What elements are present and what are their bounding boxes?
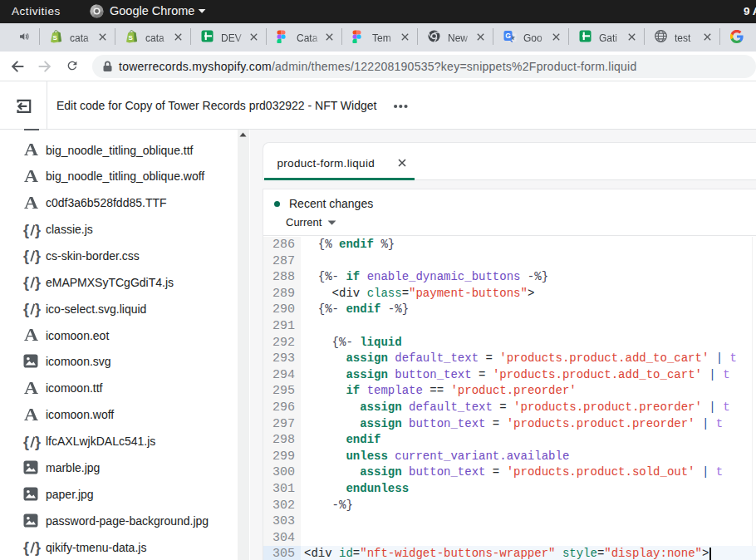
svg-text:}: }: [35, 302, 41, 318]
svg-text:G: G: [505, 32, 511, 40]
svg-text:S: S: [53, 34, 58, 42]
svg-text:}: }: [35, 275, 41, 292]
svg-text:{: {: [23, 434, 29, 450]
svg-text:{: {: [23, 539, 29, 556]
svg-text:{: {: [23, 222, 29, 238]
svg-text:}: }: [35, 222, 41, 238]
svg-text:{: {: [23, 302, 29, 318]
svg-text:S: S: [129, 34, 134, 42]
svg-text:}: }: [35, 248, 41, 265]
svg-text:}: }: [35, 434, 41, 450]
svg-text:{: {: [23, 248, 29, 265]
svg-text:}: }: [35, 539, 41, 556]
svg-text:{: {: [23, 275, 29, 292]
